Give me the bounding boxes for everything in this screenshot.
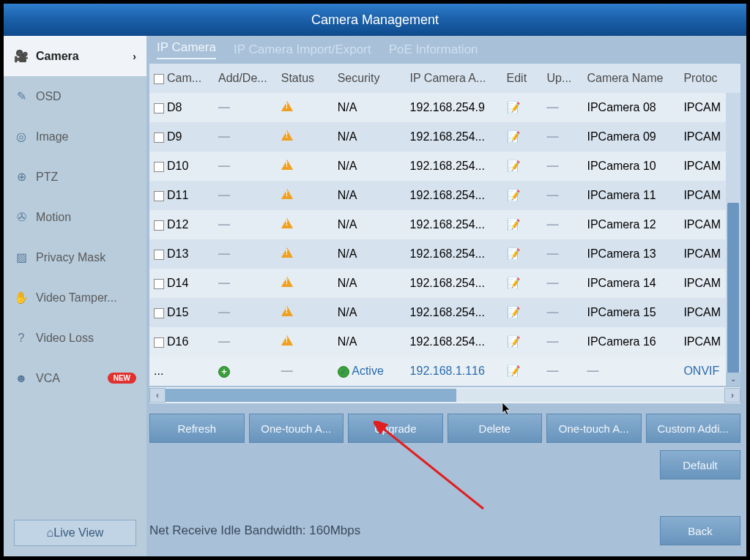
ptz-icon: ⊕ xyxy=(14,170,29,184)
add-delete-cell: — xyxy=(218,101,230,113)
title-bar: Camera Management xyxy=(4,4,746,36)
table-row[interactable]: D8—N/A192.168.254.9📝—IPCamera 08IPCAM xyxy=(149,93,740,122)
back-button[interactable]: Back xyxy=(660,516,740,545)
sidebar-item-vca[interactable]: ☻VCANEW xyxy=(4,358,146,398)
camera-name-cell: IPCamera 08 xyxy=(582,93,679,122)
new-badge: NEW xyxy=(108,373,136,384)
table-row[interactable]: D14—N/A192.168.254...📝—IPCamera 14IPCAM xyxy=(149,269,740,298)
camera-id: D12 xyxy=(167,218,188,231)
upgrade-button[interactable]: Upgrade xyxy=(348,414,443,443)
row-checkbox[interactable] xyxy=(154,308,164,318)
table-row[interactable]: D9—N/A192.168.254...📝—IPCamera 09IPCAM xyxy=(149,122,740,152)
column-header[interactable]: Security xyxy=(333,64,406,93)
scrollbar-thumb[interactable] xyxy=(166,389,456,402)
column-header[interactable]: Status xyxy=(277,64,333,93)
horizontal-scrollbar[interactable]: ‹ › xyxy=(149,387,740,403)
table-row-discovered[interactable]: ...+—✓ Active192.168.1.116📝——ONVIF xyxy=(149,356,740,386)
one-touch-activate-button[interactable]: One-touch A... xyxy=(546,414,642,443)
security-cell: N/A xyxy=(333,210,406,239)
row-checkbox[interactable] xyxy=(154,191,164,201)
sidebar-item-video-loss[interactable]: ?Video Loss xyxy=(4,318,146,358)
edit-icon[interactable]: 📝 xyxy=(507,101,521,113)
osd-icon: ✎ xyxy=(14,89,29,104)
row-checkbox[interactable] xyxy=(154,220,164,231)
warning-icon xyxy=(281,247,293,258)
scroll-left-icon[interactable]: ‹ xyxy=(149,388,166,403)
table-row[interactable]: D10—N/A192.168.254...📝—IPCamera 10IPCAM xyxy=(149,152,740,181)
sidebar-item-video-tamper-[interactable]: ✋Video Tamper... xyxy=(4,277,146,318)
row-checkbox[interactable] xyxy=(154,103,164,113)
add-delete-cell: — xyxy=(218,335,230,348)
column-header[interactable]: IP Camera A... xyxy=(406,64,502,93)
live-view-button[interactable]: ⌂ Live View xyxy=(14,520,136,546)
scroll-right-icon[interactable]: › xyxy=(724,388,740,403)
camera-id: D16 xyxy=(167,335,188,348)
sidebar-item-osd[interactable]: ✎OSD xyxy=(4,76,146,116)
scroll-down-icon[interactable]: ⌄ xyxy=(726,373,740,386)
sidebar-item-ptz[interactable]: ⊕PTZ xyxy=(4,157,146,197)
edit-icon[interactable]: 📝 xyxy=(507,218,521,231)
camera-id: D15 xyxy=(167,306,188,318)
column-header[interactable]: Add/De... xyxy=(214,64,277,93)
custom-adding-button[interactable]: Custom Addi... xyxy=(646,414,741,443)
edit-icon[interactable]: 📝 xyxy=(507,306,521,318)
upgrade-cell: — xyxy=(546,101,558,113)
vca-icon: ☻ xyxy=(14,371,29,386)
row-checkbox[interactable] xyxy=(154,337,164,348)
tab-poe-information[interactable]: PoE Information xyxy=(389,42,478,57)
camera-icon: 🎥 xyxy=(14,49,29,64)
edit-icon[interactable]: 📝 xyxy=(507,247,521,260)
sidebar-item-image[interactable]: ◎Image xyxy=(4,116,146,157)
edit-icon[interactable]: 📝 xyxy=(507,277,521,289)
column-header[interactable]: Up... xyxy=(542,64,582,93)
column-header[interactable]: Protoc xyxy=(679,64,740,93)
edit-icon[interactable]: 📝 xyxy=(507,335,521,348)
add-delete-cell: — xyxy=(218,130,230,143)
sidebar-item-motion[interactable]: ✇Motion xyxy=(4,197,146,237)
table-row[interactable]: D12—N/A192.168.254...📝—IPCamera 12IPCAM xyxy=(149,210,740,239)
default-button[interactable]: Default xyxy=(660,450,740,479)
question-icon: ? xyxy=(14,331,29,346)
upgrade-cell: — xyxy=(546,247,558,260)
select-all-checkbox[interactable] xyxy=(154,74,164,84)
edit-icon[interactable]: 📝 xyxy=(507,160,521,172)
scrollbar-thumb[interactable] xyxy=(727,203,739,378)
edit-icon[interactable]: 📝 xyxy=(507,365,521,377)
ip-address-cell: 192.168.254... xyxy=(406,152,502,181)
upgrade-cell: — xyxy=(546,189,558,201)
table-row[interactable]: D15—N/A192.168.254...📝—IPCamera 15IPCAM xyxy=(149,298,740,327)
edit-icon[interactable]: 📝 xyxy=(507,189,521,201)
edit-icon[interactable]: 📝 xyxy=(507,130,521,143)
row-checkbox[interactable] xyxy=(154,250,164,260)
privacy-icon: ▨ xyxy=(14,250,29,265)
vertical-scrollbar[interactable]: ⌄ xyxy=(726,93,740,386)
check-icon: ✓ xyxy=(338,366,349,378)
row-checkbox[interactable] xyxy=(154,279,164,289)
warning-icon xyxy=(281,218,293,228)
one-touch-adding-button[interactable]: One-touch A... xyxy=(249,414,344,443)
sidebar-item-privacy-mask[interactable]: ▨Privacy Mask xyxy=(4,237,146,277)
warning-icon xyxy=(281,130,293,141)
table-row[interactable]: D16—N/A192.168.254...📝—IPCamera 16IPCAM xyxy=(149,327,740,356)
row-checkbox[interactable] xyxy=(154,162,164,172)
tab-ip-camera[interactable]: IP Camera xyxy=(157,40,216,59)
refresh-button[interactable]: Refresh xyxy=(149,414,245,443)
delete-button[interactable]: Delete xyxy=(448,414,543,443)
camera-name-cell: IPCamera 10 xyxy=(582,152,679,181)
column-header[interactable]: Camera Name xyxy=(582,64,679,93)
sidebar-item-label: VCA xyxy=(36,372,60,385)
column-header[interactable]: Cam... xyxy=(149,64,214,93)
motion-icon: ✇ xyxy=(14,210,29,225)
column-header[interactable]: Edit xyxy=(502,64,543,93)
sidebar-item-camera[interactable]: 🎥Camera› xyxy=(4,36,146,76)
sidebar-item-label: PTZ xyxy=(36,171,58,184)
tab-ip-camera-import-export[interactable]: IP Camera Import/Export xyxy=(234,42,371,57)
table-row[interactable]: D11—N/A192.168.254...📝—IPCamera 11IPCAM xyxy=(149,181,740,210)
sidebar-item-label: Video Loss xyxy=(36,332,94,345)
camera-id: D13 xyxy=(167,247,188,260)
add-delete-cell: — xyxy=(218,218,230,231)
table-row[interactable]: D13—N/A192.168.254...📝—IPCamera 13IPCAM xyxy=(149,239,740,269)
add-icon[interactable]: + xyxy=(218,366,230,378)
sidebar-item-label: Motion xyxy=(36,211,71,224)
row-checkbox[interactable] xyxy=(154,132,164,143)
